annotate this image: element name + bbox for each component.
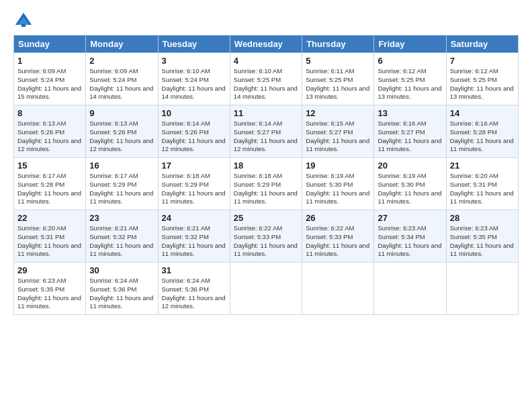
day-info: Sunrise: 6:23 AM Sunset: 5:34 PM Dayligh…: [378, 224, 442, 259]
day-number: 20: [378, 161, 442, 171]
day-number: 17: [162, 161, 226, 171]
calendar-cell: 28 Sunrise: 6:23 AM Sunset: 5:35 PM Dayl…: [446, 210, 518, 263]
day-info: Sunrise: 6:23 AM Sunset: 5:35 PM Dayligh…: [450, 224, 515, 259]
calendar-cell: 22 Sunrise: 6:20 AM Sunset: 5:31 PM Dayl…: [14, 210, 86, 263]
day-info: Sunrise: 6:21 AM Sunset: 5:32 PM Dayligh…: [89, 224, 154, 259]
calendar-cell: 18 Sunrise: 6:18 AM Sunset: 5:29 PM Dayl…: [230, 158, 302, 210]
day-info: Sunrise: 6:20 AM Sunset: 5:31 PM Dayligh…: [17, 224, 82, 259]
day-info: Sunrise: 6:19 AM Sunset: 5:30 PM Dayligh…: [306, 172, 370, 206]
day-number: 16: [89, 161, 154, 171]
calendar-cell: 8 Sunrise: 6:13 AM Sunset: 5:26 PM Dayli…: [14, 105, 86, 158]
day-info: Sunrise: 6:24 AM Sunset: 5:36 PM Dayligh…: [89, 277, 154, 311]
calendar-cell: 20 Sunrise: 6:19 AM Sunset: 5:30 PM Dayl…: [374, 158, 446, 210]
calendar-cell: [230, 263, 302, 315]
day-number: 27: [378, 213, 442, 223]
calendar-week-2: 8 Sunrise: 6:13 AM Sunset: 5:26 PM Dayli…: [14, 105, 519, 158]
day-info: Sunrise: 6:09 AM Sunset: 5:24 PM Dayligh…: [17, 67, 82, 101]
header: [13, 7, 519, 31]
day-number: 6: [378, 56, 442, 66]
day-info: Sunrise: 6:18 AM Sunset: 5:29 PM Dayligh…: [234, 172, 298, 206]
day-info: Sunrise: 6:18 AM Sunset: 5:29 PM Dayligh…: [162, 172, 226, 206]
day-info: Sunrise: 6:16 AM Sunset: 5:27 PM Dayligh…: [378, 120, 442, 154]
calendar-cell: 16 Sunrise: 6:17 AM Sunset: 5:29 PM Dayl…: [86, 158, 158, 210]
calendar-cell: 23 Sunrise: 6:21 AM Sunset: 5:32 PM Dayl…: [86, 210, 158, 263]
calendar-week-3: 15 Sunrise: 6:17 AM Sunset: 5:28 PM Dayl…: [14, 158, 519, 210]
weekday-header-sunday: Sunday: [14, 36, 86, 53]
day-number: 11: [234, 108, 298, 118]
calendar-cell: 5 Sunrise: 6:11 AM Sunset: 5:25 PM Dayli…: [302, 53, 374, 105]
page: SundayMondayTuesdayWednesdayThursdayFrid…: [0, 0, 532, 411]
day-info: Sunrise: 6:14 AM Sunset: 5:26 PM Dayligh…: [162, 120, 226, 154]
day-number: 21: [450, 161, 515, 171]
day-number: 23: [89, 213, 154, 223]
calendar-cell: 17 Sunrise: 6:18 AM Sunset: 5:29 PM Dayl…: [158, 158, 230, 210]
calendar-cell: 27 Sunrise: 6:23 AM Sunset: 5:34 PM Dayl…: [374, 210, 446, 263]
calendar-cell: 25 Sunrise: 6:22 AM Sunset: 5:33 PM Dayl…: [230, 210, 302, 263]
day-info: Sunrise: 6:12 AM Sunset: 5:25 PM Dayligh…: [450, 67, 515, 101]
day-number: 28: [450, 213, 515, 223]
calendar-cell: 9 Sunrise: 6:13 AM Sunset: 5:26 PM Dayli…: [86, 105, 158, 158]
calendar-cell: [446, 263, 518, 315]
weekday-header-tuesday: Tuesday: [158, 36, 230, 53]
calendar-week-4: 22 Sunrise: 6:20 AM Sunset: 5:31 PM Dayl…: [14, 210, 519, 263]
day-info: Sunrise: 6:13 AM Sunset: 5:26 PM Dayligh…: [89, 120, 154, 154]
day-number: 13: [378, 108, 442, 118]
day-info: Sunrise: 6:22 AM Sunset: 5:33 PM Dayligh…: [306, 224, 370, 259]
calendar-cell: 31 Sunrise: 6:24 AM Sunset: 5:36 PM Dayl…: [158, 263, 230, 315]
day-info: Sunrise: 6:10 AM Sunset: 5:25 PM Dayligh…: [234, 67, 298, 101]
day-info: Sunrise: 6:19 AM Sunset: 5:30 PM Dayligh…: [378, 172, 442, 206]
day-info: Sunrise: 6:10 AM Sunset: 5:24 PM Dayligh…: [162, 67, 226, 101]
calendar-table: SundayMondayTuesdayWednesdayThursdayFrid…: [13, 35, 519, 315]
calendar-cell: 6 Sunrise: 6:12 AM Sunset: 5:25 PM Dayli…: [374, 53, 446, 105]
calendar-cell: 10 Sunrise: 6:14 AM Sunset: 5:26 PM Dayl…: [158, 105, 230, 158]
day-number: 8: [17, 108, 82, 118]
day-number: 4: [234, 56, 298, 66]
logo-icon: [13, 11, 34, 31]
calendar-cell: 30 Sunrise: 6:24 AM Sunset: 5:36 PM Dayl…: [86, 263, 158, 315]
calendar-cell: 24 Sunrise: 6:21 AM Sunset: 5:32 PM Dayl…: [158, 210, 230, 263]
calendar-cell: 2 Sunrise: 6:09 AM Sunset: 5:24 PM Dayli…: [86, 53, 158, 105]
day-number: 19: [306, 161, 370, 171]
calendar-cell: 4 Sunrise: 6:10 AM Sunset: 5:25 PM Dayli…: [230, 53, 302, 105]
weekday-header-saturday: Saturday: [446, 36, 518, 53]
calendar-cell: 1 Sunrise: 6:09 AM Sunset: 5:24 PM Dayli…: [14, 53, 86, 105]
calendar-cell: 15 Sunrise: 6:17 AM Sunset: 5:28 PM Dayl…: [14, 158, 86, 210]
day-info: Sunrise: 6:16 AM Sunset: 5:28 PM Dayligh…: [450, 120, 515, 154]
day-info: Sunrise: 6:22 AM Sunset: 5:33 PM Dayligh…: [234, 224, 298, 259]
calendar-week-1: 1 Sunrise: 6:09 AM Sunset: 5:24 PM Dayli…: [14, 53, 519, 105]
day-number: 30: [89, 265, 154, 275]
weekday-header-thursday: Thursday: [302, 36, 374, 53]
day-info: Sunrise: 6:17 AM Sunset: 5:29 PM Dayligh…: [89, 172, 154, 206]
day-number: 3: [162, 56, 226, 66]
day-info: Sunrise: 6:09 AM Sunset: 5:24 PM Dayligh…: [89, 67, 154, 101]
day-number: 25: [234, 213, 298, 223]
weekday-header-wednesday: Wednesday: [230, 36, 302, 53]
calendar-week-5: 29 Sunrise: 6:23 AM Sunset: 5:35 PM Dayl…: [14, 263, 519, 315]
calendar-cell: 12 Sunrise: 6:15 AM Sunset: 5:27 PM Dayl…: [302, 105, 374, 158]
day-info: Sunrise: 6:13 AM Sunset: 5:26 PM Dayligh…: [17, 120, 82, 154]
calendar-cell: 26 Sunrise: 6:22 AM Sunset: 5:33 PM Dayl…: [302, 210, 374, 263]
day-number: 24: [162, 213, 226, 223]
day-number: 29: [17, 265, 82, 275]
calendar-cell: 13 Sunrise: 6:16 AM Sunset: 5:27 PM Dayl…: [374, 105, 446, 158]
calendar-cell: 3 Sunrise: 6:10 AM Sunset: 5:24 PM Dayli…: [158, 53, 230, 105]
day-info: Sunrise: 6:14 AM Sunset: 5:27 PM Dayligh…: [234, 120, 298, 154]
day-number: 26: [306, 213, 370, 223]
day-number: 14: [450, 108, 515, 118]
weekday-header-monday: Monday: [86, 36, 158, 53]
day-info: Sunrise: 6:20 AM Sunset: 5:31 PM Dayligh…: [450, 172, 515, 206]
weekday-header-row: SundayMondayTuesdayWednesdayThursdayFrid…: [14, 36, 519, 53]
calendar-cell: 7 Sunrise: 6:12 AM Sunset: 5:25 PM Dayli…: [446, 53, 518, 105]
day-number: 5: [306, 56, 370, 66]
day-number: 9: [89, 108, 154, 118]
calendar-cell: 19 Sunrise: 6:19 AM Sunset: 5:30 PM Dayl…: [302, 158, 374, 210]
day-number: 7: [450, 56, 515, 66]
calendar-cell: 14 Sunrise: 6:16 AM Sunset: 5:28 PM Dayl…: [446, 105, 518, 158]
day-info: Sunrise: 6:11 AM Sunset: 5:25 PM Dayligh…: [306, 67, 370, 101]
day-info: Sunrise: 6:23 AM Sunset: 5:35 PM Dayligh…: [17, 277, 82, 311]
day-info: Sunrise: 6:17 AM Sunset: 5:28 PM Dayligh…: [17, 172, 82, 206]
day-info: Sunrise: 6:21 AM Sunset: 5:32 PM Dayligh…: [162, 224, 226, 259]
day-number: 12: [306, 108, 370, 118]
day-number: 2: [89, 56, 154, 66]
day-number: 18: [234, 161, 298, 171]
